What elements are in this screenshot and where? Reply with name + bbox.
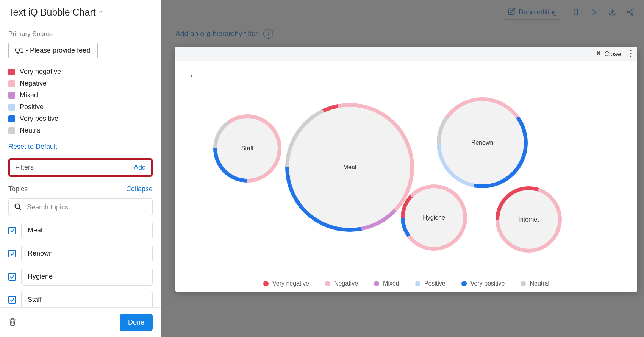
panel-title-dropdown[interactable]: Text iQ Bubble Chart <box>8 7 153 18</box>
legend-label: Mixed <box>20 91 38 99</box>
topic-row: Meal <box>8 222 153 239</box>
legend-dot <box>521 281 526 286</box>
legend-label: Very positive <box>20 115 58 123</box>
legend-text: Very positive <box>470 280 505 287</box>
search-icon <box>14 203 22 212</box>
legend-dot <box>263 281 269 286</box>
legend-label: Very negative <box>20 68 61 76</box>
bubble-label: Staff <box>217 118 278 179</box>
chart-legend-item: Very positive <box>461 280 505 287</box>
done-button[interactable]: Done <box>120 314 153 331</box>
chart-legend-item: Neutral <box>521 280 549 287</box>
legend-swatch <box>8 127 15 134</box>
bubble-label: Meal <box>289 107 410 228</box>
legend-text: Very negative <box>272 280 309 287</box>
legend-text: Negative <box>334 280 358 287</box>
delete-icon[interactable] <box>8 317 17 328</box>
svg-line-1 <box>19 208 21 210</box>
chevron-down-icon <box>98 9 103 16</box>
topic-row: Staff <box>8 291 153 307</box>
legend-row: Negative <box>8 80 153 87</box>
sentiment-legend: Very negative Negative Mixed Positive Ve… <box>8 68 153 134</box>
svg-point-15 <box>630 55 632 57</box>
legend-dot <box>374 281 379 286</box>
chart-modal: Close StaffMealRenownHygieneInternet Ver… <box>175 47 637 292</box>
topic-checkbox[interactable] <box>8 296 16 304</box>
legend-label: Neutral <box>20 126 42 134</box>
topic-row: Renown <box>8 245 153 262</box>
filters-add-link[interactable]: Add <box>134 164 146 172</box>
bubble-staff[interactable]: Staff <box>213 114 281 183</box>
legend-text: Positive <box>424 280 445 287</box>
chart-legend-item: Positive <box>415 280 445 287</box>
legend-row: Very negative <box>8 68 153 76</box>
legend-swatch <box>8 69 15 75</box>
more-options-icon[interactable] <box>628 50 634 59</box>
svg-point-13 <box>630 50 632 51</box>
legend-text: Mixed <box>383 280 399 287</box>
svg-point-14 <box>630 53 632 54</box>
filters-section-highlight: Filters Add <box>8 158 153 177</box>
primary-source-select[interactable]: Q1 - Please provide feed <box>8 42 98 59</box>
bubble-label: Hygiene <box>405 188 463 247</box>
legend-row: Very positive <box>8 115 153 123</box>
chart-legend-item: Very negative <box>263 280 309 287</box>
topics-label: Topics <box>8 185 28 193</box>
topic-label-box[interactable]: Renown <box>21 245 153 262</box>
bubble-label: Internet <box>499 190 558 249</box>
legend-label: Negative <box>20 80 47 87</box>
bubble-meal[interactable]: Meal <box>285 103 414 232</box>
bubble-renown[interactable]: Renown <box>437 97 528 188</box>
legend-row: Neutral <box>8 126 153 134</box>
legend-dot <box>415 281 420 286</box>
chart-legend-item: Negative <box>325 280 358 287</box>
topic-checkbox[interactable] <box>8 227 16 234</box>
bubble-internet[interactable]: Internet <box>496 186 562 253</box>
chart-legend: Very negativeNegativeMixedPositiveVery p… <box>175 280 637 287</box>
legend-dot <box>325 281 330 286</box>
legend-dot <box>461 281 467 286</box>
primary-source-label: Primary Source <box>8 30 153 38</box>
close-button[interactable]: Close <box>596 50 621 58</box>
topics-search-input[interactable] <box>8 198 153 216</box>
legend-swatch <box>8 104 15 111</box>
sidebar-footer: Done <box>0 307 161 337</box>
reset-to-default-link[interactable]: Reset to Default <box>8 143 57 151</box>
bubble-hygiene[interactable]: Hygiene <box>401 184 467 251</box>
topic-label-box[interactable]: Hygiene <box>21 268 153 286</box>
bubble-chart-canvas: StaffMealRenownHygieneInternet <box>187 76 626 266</box>
legend-swatch <box>8 92 15 99</box>
close-label: Close <box>605 50 621 58</box>
legend-swatch <box>8 80 15 87</box>
topic-label-box[interactable]: Meal <box>21 222 153 239</box>
bubble-label: Renown <box>441 101 524 184</box>
legend-swatch <box>8 115 15 122</box>
topic-row: Hygiene <box>8 268 153 286</box>
filters-label: Filters <box>15 164 34 172</box>
topics-collapse-link[interactable]: Collapse <box>126 185 153 193</box>
panel-title: Text iQ Bubble Chart <box>8 7 96 18</box>
legend-row: Mixed <box>8 91 153 99</box>
topic-label-box[interactable]: Staff <box>21 291 153 307</box>
chart-legend-item: Mixed <box>374 280 399 287</box>
svg-point-0 <box>15 204 20 208</box>
topic-checkbox[interactable] <box>8 273 16 281</box>
main-canvas: Done editing Add an org hierarchy filter… <box>161 0 644 337</box>
legend-row: Positive <box>8 103 153 111</box>
legend-text: Neutral <box>530 280 549 287</box>
close-icon <box>596 50 602 58</box>
legend-label: Positive <box>20 103 44 111</box>
editor-sidebar: Text iQ Bubble Chart Primary Source Q1 -… <box>0 0 161 337</box>
topic-checkbox[interactable] <box>8 250 16 257</box>
